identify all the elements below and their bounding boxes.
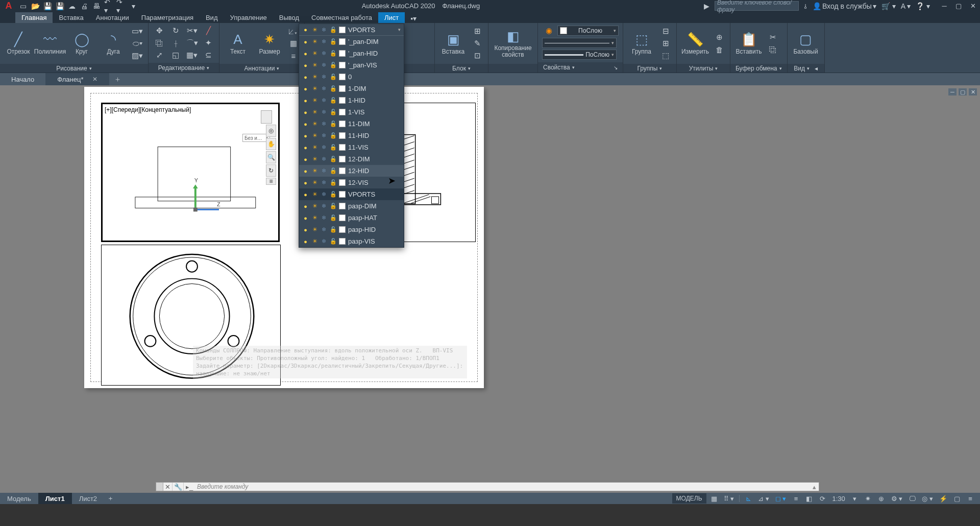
featured-apps-icon[interactable]: ▪▾ [409, 14, 418, 23]
layer-freeze-icon[interactable]: ☀ [311, 214, 318, 221]
lineweight-combo[interactable]: ПоСлою▾ [542, 50, 617, 60]
status-polar-button[interactable]: ⊿ ▾ [756, 493, 771, 504]
layer-freeze-icon[interactable]: ☀ [311, 238, 318, 245]
layer-dropdown[interactable]: ● ☀ ❄ 🔓 VPORTS ▾ ●☀❄🔓'_pan-DIM●☀❄🔓'_pan-… [299, 23, 404, 248]
commandline-history-button[interactable]: ▴ [810, 483, 819, 491]
panel-utilities-title[interactable]: Утилиты▾ [677, 64, 730, 73]
app-logo-icon[interactable]: A [2, 1, 15, 11]
layer-row[interactable]: ●☀❄🔓1-DIM [299, 83, 404, 94]
layer-vpfreeze-icon[interactable]: ❄ [321, 97, 327, 104]
explode-button[interactable]: ✦ [202, 37, 215, 49]
layer-freeze-icon[interactable]: ☀ [311, 74, 318, 80]
group-button[interactable]: ⬚Группа [627, 25, 656, 62]
cut-button[interactable]: ✂ [766, 32, 779, 43]
layer-on-icon[interactable]: ● [302, 109, 309, 115]
trim-button[interactable]: ✂▾ [185, 25, 199, 36]
cart-icon[interactable]: 🛒 ▾ [881, 2, 896, 10]
layer-lock-icon[interactable]: 🔓 [330, 27, 336, 33]
move-button[interactable]: ✥ [153, 25, 166, 36]
layer-row[interactable]: ●☀❄🔓разр-HAT [299, 212, 404, 224]
tab-layout1[interactable]: Лист1 [38, 493, 72, 504]
layer-lock-icon[interactable]: 🔓 [330, 38, 336, 45]
share-icon[interactable]: ▶ [704, 2, 709, 10]
layer-vpfreeze-icon[interactable]: ❄ [321, 50, 327, 57]
layer-freeze-icon[interactable]: ☀ [311, 27, 318, 33]
ungroup-button[interactable]: ⊟ [659, 26, 672, 37]
layer-row[interactable]: ●☀❄🔓'_pan-HID [299, 47, 404, 59]
layer-color-swatch[interactable] [339, 97, 346, 104]
status-hardware-button[interactable]: ⚡ [937, 493, 949, 504]
paper-sheet[interactable]: [+][Спереди][Концептуальный] Без и…▾ ◎ ✋… [84, 87, 484, 388]
signin-button[interactable]: 👤 Вход в службы ▾ [813, 2, 876, 10]
status-lineweight-button[interactable]: ≡ [790, 493, 801, 504]
commandline-grip-icon[interactable] [156, 483, 163, 491]
paste-button[interactable]: 📋Вставить [734, 25, 763, 62]
layer-vpfreeze-icon[interactable]: ❄ [321, 191, 327, 198]
layer-on-icon[interactable]: ● [302, 50, 309, 57]
layer-freeze-icon[interactable]: ☀ [311, 121, 318, 127]
tab-sheet[interactable]: Лист [378, 12, 405, 23]
layer-lock-icon[interactable]: 🔓 [330, 226, 336, 233]
panel-properties-title[interactable]: Свойства▾↘ [538, 62, 623, 73]
layer-color-swatch[interactable] [339, 179, 346, 186]
layer-lock-icon[interactable]: 🔓 [330, 85, 336, 92]
layer-color-swatch[interactable] [339, 191, 346, 198]
close-tab-icon[interactable]: ✕ [92, 76, 97, 83]
layer-row[interactable]: ●☀❄🔓'_pan-VIS [299, 59, 404, 71]
layer-vpfreeze-icon[interactable]: ❄ [321, 179, 327, 186]
layer-row[interactable]: ●☀❄🔓разр-HID [299, 224, 404, 235]
layer-lock-icon[interactable]: 🔓 [330, 121, 336, 127]
layer-freeze-icon[interactable]: ☀ [311, 168, 318, 174]
linetype-combo[interactable]: ▾ [542, 38, 617, 48]
tab-model[interactable]: Модель [0, 493, 38, 504]
layer-on-icon[interactable]: ● [302, 132, 309, 139]
layer-color-swatch[interactable] [339, 109, 346, 115]
layer-vpfreeze-icon[interactable]: ❄ [321, 156, 327, 162]
minimize-button[interactable]: ─ [939, 2, 949, 10]
polyline-button[interactable]: 〰Полилиния [36, 25, 64, 62]
layer-row[interactable]: ●☀❄🔓11-DIM [299, 118, 404, 130]
print-icon[interactable]: 🖶 [92, 2, 101, 11]
layer-freeze-icon[interactable]: ☀ [311, 50, 318, 57]
layer-lock-icon[interactable]: 🔓 [330, 144, 336, 151]
layer-vpfreeze-icon[interactable]: ❄ [321, 85, 327, 92]
tab-parametric[interactable]: Параметризация [135, 12, 200, 23]
layer-freeze-icon[interactable]: ☀ [311, 144, 318, 151]
layer-vpfreeze-icon[interactable]: ❄ [321, 109, 327, 115]
layer-color-swatch[interactable] [339, 132, 346, 139]
search-input[interactable]: Введите ключевое слово/фразу [715, 1, 799, 11]
layer-lock-icon[interactable]: 🔓 [330, 109, 336, 115]
layer-row[interactable]: ●☀❄🔓1-VIS [299, 106, 404, 118]
commandline-options-button[interactable]: 🔧 [173, 483, 184, 491]
layer-lock-icon[interactable]: 🔓 [330, 74, 336, 80]
layer-row[interactable]: ●☀❄🔓12-VIS [299, 177, 404, 188]
match-properties-button[interactable]: ◧Копирование свойств [493, 25, 533, 62]
tab-layout2[interactable]: Лист2 [72, 493, 104, 504]
panel-edit-title[interactable]: Редактирование▾ [149, 63, 219, 73]
layer-lock-icon[interactable]: 🔓 [330, 132, 336, 139]
layer-freeze-icon[interactable]: ☀ [311, 191, 318, 198]
layer-on-icon[interactable]: ● [302, 214, 309, 221]
layer-on-icon[interactable]: ● [302, 238, 309, 245]
mirror-button[interactable]: ⟊ [169, 37, 182, 49]
layer-on-icon[interactable]: ● [302, 27, 309, 33]
tab-annotate[interactable]: Аннотации [90, 12, 135, 23]
status-cleanscreen-button[interactable]: ▢ [951, 493, 963, 504]
layer-vpfreeze-icon[interactable]: ❄ [321, 238, 327, 245]
open-icon[interactable]: 📂 [31, 2, 40, 11]
layer-color-swatch[interactable] [339, 62, 346, 68]
attr-block-button[interactable]: ⊡ [471, 50, 484, 61]
qat-dropdown-icon[interactable]: ▾ [129, 2, 138, 11]
layer-freeze-icon[interactable]: ☀ [311, 156, 318, 162]
layer-freeze-icon[interactable]: ☀ [311, 109, 318, 115]
layer-freeze-icon[interactable]: ☀ [311, 38, 318, 45]
layer-vpfreeze-icon[interactable]: ❄ [321, 27, 327, 33]
tab-output[interactable]: Вывод [273, 12, 305, 23]
panel-clipboard-title[interactable]: Буфер обмена▾ [730, 64, 787, 73]
panel-block-title[interactable]: Блок▾ [435, 64, 488, 73]
status-customize-button[interactable]: ≡ [965, 493, 976, 504]
erase-button[interactable]: ╱ [202, 25, 215, 36]
color-wheel-icon[interactable]: ◉ [542, 25, 555, 36]
layer-on-icon[interactable]: ● [302, 38, 309, 45]
layer-vpfreeze-icon[interactable]: ❄ [321, 168, 327, 174]
